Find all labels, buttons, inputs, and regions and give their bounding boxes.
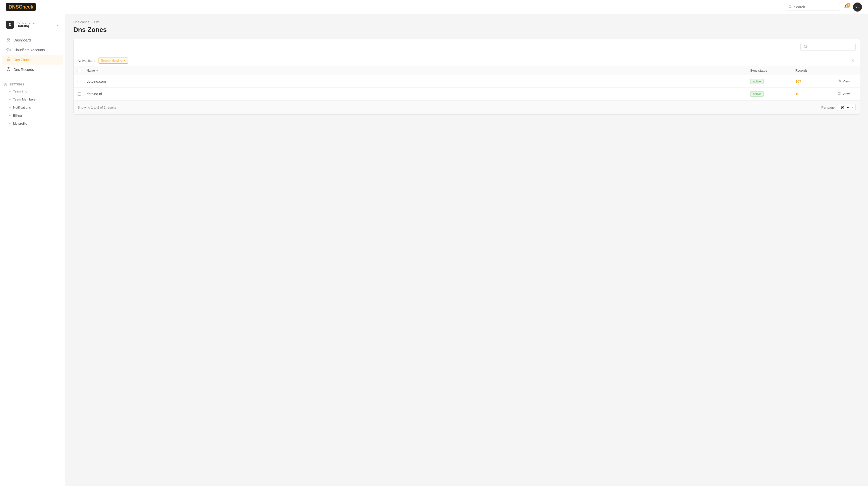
- filter-tag-text: Search: dotpinq: [101, 59, 122, 62]
- team-selector[interactable]: D Active team DotPinq ⌄: [2, 18, 63, 31]
- row-sync-status: active: [750, 91, 796, 97]
- sync-status-col-label: Sync status: [750, 69, 767, 72]
- per-page-dropdown[interactable]: 10 25 50 100: [839, 105, 850, 110]
- breadcrumb: Dns Zones › List: [73, 20, 860, 24]
- filter-remove-icon[interactable]: ×: [124, 59, 126, 63]
- breadcrumb-separator: ›: [91, 20, 92, 24]
- header-right: 0 VL: [785, 2, 862, 11]
- svg-rect-2: [7, 38, 8, 39]
- sidebar-label-dns-zones: Dns Zones: [13, 58, 31, 62]
- row-checkbox-cell: [78, 80, 87, 83]
- svg-point-12: [839, 81, 840, 82]
- sidebar-item-team-info[interactable]: Team info: [2, 87, 63, 95]
- view-label: View: [843, 92, 850, 96]
- global-search-bar[interactable]: [785, 3, 840, 11]
- eye-icon: [838, 92, 841, 96]
- select-all-checkbox[interactable]: [78, 69, 81, 72]
- view-label: View: [843, 80, 850, 83]
- search-filter-tag[interactable]: Search: dotpinq ×: [98, 58, 128, 64]
- notification-badge: 0: [846, 3, 850, 7]
- sidebar-label-billing: Billing: [13, 114, 22, 117]
- col-header-actions: [836, 69, 856, 72]
- active-filters-label: Active filters: [78, 59, 95, 63]
- main-nav: Dashboard Cloudflare Accounts Dns Zones …: [0, 33, 65, 77]
- sidebar-label-team-info: Team info: [13, 89, 27, 93]
- chevron-down-icon: ▼: [851, 106, 854, 109]
- dashboard-icon: [6, 38, 11, 43]
- status-badge: active: [750, 91, 764, 97]
- per-page-wrapper: Per page 10 25 50 100 ▼: [821, 104, 856, 111]
- dns-zones-card: dotpinq Active filters Search: dotpinq ×…: [73, 39, 860, 115]
- sidebar-item-my-profile[interactable]: My profile: [2, 120, 63, 127]
- settings-section-label: Settings: [0, 81, 65, 87]
- filters-bar: Active filters Search: dotpinq × ×: [73, 55, 860, 66]
- per-page-select[interactable]: 10 25 50 100 ▼: [837, 104, 856, 111]
- svg-line-1: [791, 7, 792, 8]
- clear-all-filters-button[interactable]: ×: [850, 58, 856, 63]
- col-header-name[interactable]: Name ▼: [87, 69, 750, 72]
- svg-point-9: [5, 85, 6, 85]
- bullet-icon: [9, 107, 10, 108]
- row-sync-status: active: [750, 79, 796, 84]
- sort-icon: ▼: [96, 69, 98, 72]
- page-title: Dns Zones: [73, 26, 860, 34]
- col-header-records: Records: [796, 69, 836, 72]
- bullet-icon: [9, 115, 10, 116]
- global-search-input[interactable]: [794, 5, 837, 9]
- settings-gear-icon: [4, 83, 8, 86]
- svg-rect-3: [9, 38, 10, 39]
- team-info-block: Active team DotPinq: [17, 21, 54, 28]
- sidebar-item-team-members[interactable]: Team Members: [2, 95, 63, 103]
- bullet-icon: [9, 91, 10, 92]
- breadcrumb-parent: Dns Zones: [73, 20, 89, 24]
- settings-nav: Team info Team Members Notifications Bil…: [0, 87, 65, 127]
- svg-line-11: [806, 47, 807, 48]
- avatar[interactable]: VL: [853, 2, 862, 11]
- dns-zones-icon: [6, 57, 11, 62]
- sidebar-item-cloudflare[interactable]: Cloudflare Accounts: [2, 45, 63, 55]
- row-name: dotpinq.nl: [87, 92, 750, 96]
- per-page-label: Per page: [821, 105, 835, 109]
- header: DNSCheck 0 VL: [0, 0, 868, 14]
- sidebar-item-dashboard[interactable]: Dashboard: [2, 35, 63, 45]
- table-footer: Showing 1 to 2 of 2 results Per page 10 …: [73, 100, 860, 114]
- notification-bell[interactable]: 0: [844, 4, 849, 10]
- logo: DNSCheck: [6, 3, 36, 11]
- header-checkbox-cell: [78, 69, 87, 72]
- col-header-sync-status: Sync status: [750, 69, 796, 72]
- search-icon: [788, 5, 792, 9]
- view-button[interactable]: View: [836, 91, 852, 97]
- team-name: DotPinq: [17, 24, 54, 28]
- svg-rect-4: [9, 40, 10, 41]
- sidebar-label-team-members: Team Members: [13, 97, 36, 101]
- table-search-bar[interactable]: dotpinq: [800, 43, 856, 51]
- breadcrumb-current: List: [94, 20, 99, 24]
- eye-icon: [838, 79, 841, 84]
- table-search-input[interactable]: dotpinq: [809, 45, 852, 49]
- dns-records-icon: [6, 67, 11, 72]
- search-icon: [804, 45, 807, 49]
- row-checkbox[interactable]: [78, 80, 81, 83]
- sidebar-item-dns-records[interactable]: Dns Records: [2, 65, 63, 74]
- sidebar-label-cloudflare: Cloudflare Accounts: [13, 48, 45, 52]
- sidebar-item-billing[interactable]: Billing: [2, 112, 63, 119]
- cloud-icon: [6, 48, 11, 53]
- sidebar-item-dns-zones[interactable]: Dns Zones: [2, 55, 63, 65]
- showing-text: Showing 1 to 2 of 2 results: [78, 105, 116, 109]
- svg-rect-5: [7, 40, 8, 41]
- sidebar-item-notifications[interactable]: Notifications: [2, 103, 63, 111]
- row-records: 19: [796, 92, 836, 96]
- svg-point-13: [839, 93, 840, 94]
- sidebar-label-my-profile: My profile: [13, 122, 27, 125]
- sidebar-label-dashboard: Dashboard: [13, 38, 31, 42]
- chevron-down-icon: ⌄: [56, 23, 59, 27]
- view-button[interactable]: View: [836, 78, 852, 85]
- team-avatar: D: [6, 21, 14, 29]
- svg-point-0: [789, 5, 791, 7]
- team-label: Active team: [17, 21, 54, 24]
- table-header: Name ▼ Sync status Records: [73, 66, 860, 75]
- table-row: dotpinq.com active 107 View: [73, 75, 860, 88]
- row-records: 107: [796, 80, 836, 84]
- row-checkbox[interactable]: [78, 92, 81, 96]
- svg-point-10: [804, 45, 806, 48]
